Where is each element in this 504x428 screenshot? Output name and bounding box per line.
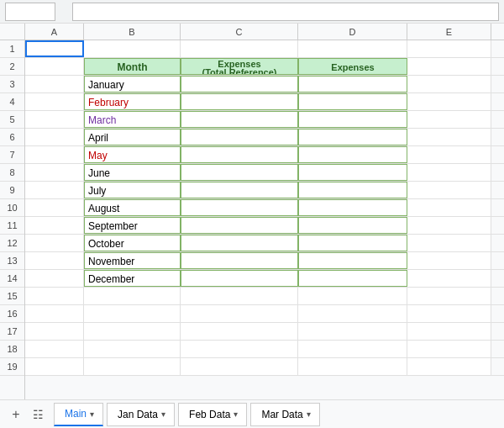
cell[interactable] bbox=[407, 182, 491, 198]
cell[interactable] bbox=[181, 270, 298, 287]
cell[interactable] bbox=[25, 288, 84, 304]
cell[interactable] bbox=[181, 146, 298, 163]
cell[interactable] bbox=[298, 305, 407, 322]
cell[interactable] bbox=[407, 199, 491, 216]
cell[interactable]: September bbox=[84, 217, 181, 234]
cell[interactable] bbox=[84, 358, 181, 375]
col-header-b[interactable]: B bbox=[84, 24, 181, 40]
cell[interactable] bbox=[25, 199, 84, 216]
sheet-list-button[interactable]: ☷ bbox=[27, 404, 49, 425]
cell[interactable]: Month bbox=[84, 58, 181, 75]
cell[interactable] bbox=[25, 358, 84, 375]
cell[interactable]: November bbox=[84, 252, 181, 269]
cell[interactable] bbox=[407, 146, 491, 163]
cell[interactable] bbox=[181, 129, 298, 145]
cell[interactable]: April bbox=[84, 129, 181, 145]
cell[interactable] bbox=[181, 182, 298, 198]
cell[interactable] bbox=[298, 252, 407, 269]
cell[interactable] bbox=[25, 76, 84, 92]
cell[interactable]: August bbox=[84, 199, 181, 216]
col-header-e[interactable]: E bbox=[407, 24, 491, 40]
cell[interactable] bbox=[407, 93, 491, 110]
cell[interactable] bbox=[25, 146, 84, 163]
cell[interactable] bbox=[298, 217, 407, 234]
cell[interactable] bbox=[407, 270, 491, 287]
cell[interactable] bbox=[407, 129, 491, 145]
cell[interactable] bbox=[181, 323, 298, 340]
cell[interactable] bbox=[25, 341, 84, 357]
cell[interactable] bbox=[25, 270, 84, 287]
cell[interactable]: March bbox=[84, 111, 181, 128]
cell[interactable] bbox=[407, 40, 491, 57]
cell[interactable] bbox=[25, 58, 84, 75]
sheet-tab-feb-data[interactable]: Feb Data▾ bbox=[178, 403, 247, 426]
cell[interactable] bbox=[298, 323, 407, 340]
cell[interactable] bbox=[181, 235, 298, 251]
cell[interactable] bbox=[298, 76, 407, 92]
cell[interactable] bbox=[407, 358, 491, 375]
cell[interactable]: October bbox=[84, 235, 181, 251]
cell[interactable] bbox=[407, 323, 491, 340]
cell[interactable] bbox=[298, 235, 407, 251]
cell[interactable] bbox=[25, 323, 84, 340]
cell[interactable] bbox=[181, 164, 298, 181]
cell[interactable] bbox=[181, 40, 298, 57]
cell[interactable] bbox=[181, 341, 298, 357]
cell[interactable] bbox=[181, 93, 298, 110]
cell[interactable] bbox=[25, 164, 84, 181]
cell[interactable] bbox=[407, 76, 491, 92]
cell[interactable] bbox=[407, 58, 491, 75]
cell[interactable] bbox=[84, 288, 181, 304]
cell[interactable]: July bbox=[84, 182, 181, 198]
cell[interactable] bbox=[181, 199, 298, 216]
cell[interactable] bbox=[407, 252, 491, 269]
cell[interactable] bbox=[181, 111, 298, 128]
cell[interactable] bbox=[84, 40, 181, 57]
sheet-tab-jan-data[interactable]: Jan Data▾ bbox=[107, 403, 175, 426]
cell[interactable]: May bbox=[84, 146, 181, 163]
cell-reference-box[interactable] bbox=[5, 3, 55, 21]
cell[interactable] bbox=[25, 182, 84, 198]
cell[interactable]: Expenses(Total Reference) bbox=[181, 58, 298, 75]
col-header-c[interactable]: C bbox=[181, 24, 298, 40]
cell[interactable] bbox=[407, 217, 491, 234]
cell[interactable] bbox=[298, 40, 407, 57]
cell[interactable] bbox=[407, 341, 491, 357]
cell[interactable] bbox=[84, 341, 181, 357]
cell[interactable]: January bbox=[84, 76, 181, 92]
cell[interactable] bbox=[298, 341, 407, 357]
cell[interactable] bbox=[25, 235, 84, 251]
cell[interactable] bbox=[298, 288, 407, 304]
cell[interactable]: December bbox=[84, 270, 181, 287]
cell[interactable] bbox=[25, 305, 84, 322]
cell[interactable] bbox=[298, 199, 407, 216]
cell[interactable] bbox=[298, 182, 407, 198]
cell[interactable] bbox=[298, 164, 407, 181]
cell[interactable] bbox=[25, 217, 84, 234]
cell[interactable] bbox=[407, 235, 491, 251]
cell[interactable] bbox=[298, 146, 407, 163]
cell[interactable] bbox=[25, 111, 84, 128]
cell[interactable] bbox=[181, 217, 298, 234]
cell[interactable] bbox=[407, 111, 491, 128]
cell[interactable] bbox=[181, 252, 298, 269]
cell[interactable] bbox=[407, 164, 491, 181]
cell[interactable] bbox=[84, 305, 181, 322]
cell[interactable] bbox=[407, 305, 491, 322]
cell[interactable] bbox=[298, 111, 407, 128]
formula-input[interactable] bbox=[72, 3, 499, 21]
cell[interactable] bbox=[298, 129, 407, 145]
cell[interactable] bbox=[84, 323, 181, 340]
cell[interactable]: Expenses(Formula) bbox=[298, 58, 407, 75]
cell[interactable] bbox=[298, 270, 407, 287]
cell[interactable] bbox=[181, 76, 298, 92]
cell[interactable] bbox=[25, 40, 84, 57]
cell[interactable] bbox=[25, 93, 84, 110]
cell[interactable]: June bbox=[84, 164, 181, 181]
cell[interactable] bbox=[25, 129, 84, 145]
cell[interactable]: February bbox=[84, 93, 181, 110]
cell[interactable] bbox=[181, 358, 298, 375]
col-header-a[interactable]: A bbox=[25, 24, 84, 40]
cell[interactable] bbox=[407, 288, 491, 304]
cell[interactable] bbox=[25, 252, 84, 269]
